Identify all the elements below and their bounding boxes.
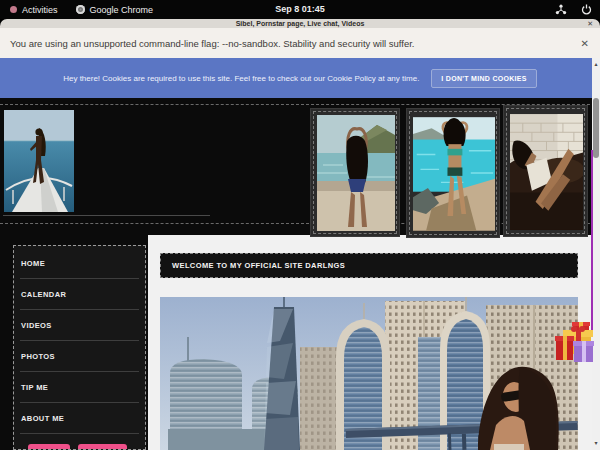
sea-standing-photo [413,115,495,233]
warning-close-icon[interactable]: ✕ [581,38,589,49]
banner-photo-2[interactable] [406,108,500,238]
power-icon[interactable] [581,4,592,15]
banner-photo-boat [4,110,74,212]
scrollbar-down-icon[interactable]: ▾ [592,439,600,447]
gnome-top-bar: Activities Google Chrome Sep 8 01:45 [0,0,600,19]
clock[interactable]: Sep 8 01:45 [0,0,600,19]
login-button[interactable]: Login [28,444,70,450]
sidebar-nav: HOME CALENDAR VIDEOS PHOTOS TIP ME ABOUT… [13,245,146,450]
warning-infobar: You are using an unsupported command-lin… [0,28,600,58]
cookie-accept-button[interactable]: I DON'T MIND COOKIES [431,69,536,88]
scrollbar-thumb[interactable] [593,98,599,158]
sidebar-item-tip-me[interactable]: TIP ME [20,372,139,403]
cookie-message: Hey there! Cookies are required to use t… [63,74,419,83]
network-icon[interactable] [555,4,567,15]
banner-photo-3[interactable] [503,105,588,237]
scrollbar-up-icon[interactable]: ▴ [592,60,600,68]
sidebar-item-about-me[interactable]: ABOUT ME [20,403,139,434]
warning-message: You are using an unsupported command-lin… [10,38,415,49]
sidebar-item-calendar[interactable]: CALENDAR [20,279,139,310]
sidebar-item-photos[interactable]: PHOTOS [20,341,139,372]
window-titlebar[interactable]: Sibel, Pornstar page, Live chat, Videos … [0,19,600,28]
couch-photo [510,112,583,232]
window-title: Sibel, Pornstar page, Live chat, Videos [0,19,600,28]
hero-photo [160,297,578,450]
welcome-banner: WELCOME TO MY OFFICIAL SITE DARLNGS [160,253,578,278]
gift-string [591,150,593,330]
window-close-icon[interactable]: ✕ [587,19,593,28]
beach-heart-photo [317,115,395,231]
sidebar-item-home[interactable]: HOME [20,246,139,279]
sidebar-item-videos[interactable]: VIDEOS [20,310,139,341]
scrollbar[interactable]: ▴ ▾ [592,58,600,450]
banner-divider [3,215,210,216]
join-button[interactable]: Join Me [78,444,127,450]
banner-photo-1[interactable] [310,108,400,237]
screen: Activities Google Chrome Sep 8 01:45 Sib… [0,0,600,450]
gift-icon[interactable] [552,318,600,364]
cookie-banner: Hey there! Cookies are required to use t… [0,58,600,98]
